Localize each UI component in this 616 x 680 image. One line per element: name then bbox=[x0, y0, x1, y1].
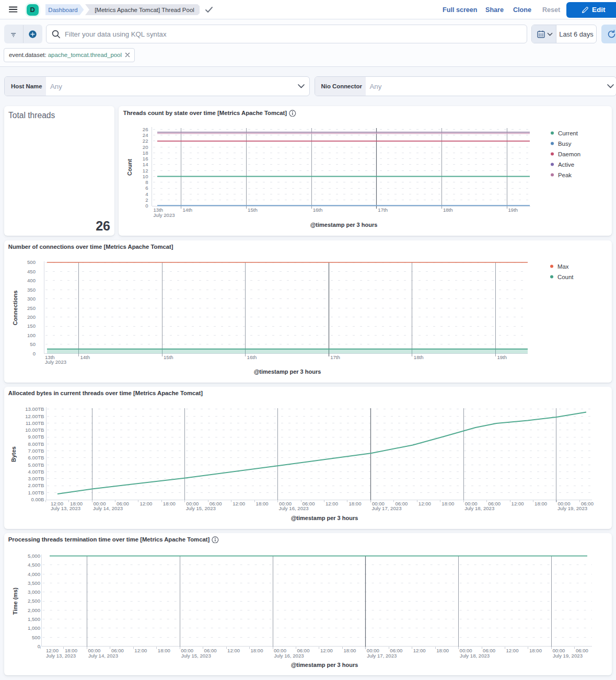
svg-text:18th: 18th bbox=[443, 207, 453, 213]
svg-text:18:00: 18:00 bbox=[441, 501, 454, 506]
svg-text:12:00: 12:00 bbox=[419, 501, 431, 506]
svg-text:0: 0 bbox=[38, 643, 40, 649]
svg-text:12: 12 bbox=[143, 168, 148, 174]
svg-text:18:00: 18:00 bbox=[158, 648, 170, 653]
svg-text:200: 200 bbox=[27, 314, 36, 320]
svg-text:Connections: Connections bbox=[12, 291, 18, 326]
svg-text:Time (ms): Time (ms) bbox=[12, 587, 18, 615]
svg-text:3.00TB: 3.00TB bbox=[28, 476, 44, 481]
svg-text:15th: 15th bbox=[164, 354, 173, 360]
svg-text:July 13, 2023: July 13, 2023 bbox=[51, 505, 80, 511]
svg-text:July 18, 2023: July 18, 2023 bbox=[464, 505, 494, 511]
svg-text:12:00: 12:00 bbox=[233, 501, 245, 506]
svg-text:@timestamp per 3 hours: @timestamp per 3 hours bbox=[291, 515, 358, 521]
svg-text:8: 8 bbox=[145, 179, 148, 185]
svg-text:July 14, 2023: July 14, 2023 bbox=[88, 653, 118, 659]
svg-text:July 17, 2023: July 17, 2023 bbox=[367, 653, 397, 659]
svg-text:18:00: 18:00 bbox=[534, 501, 547, 506]
svg-text:18:00: 18:00 bbox=[436, 648, 449, 653]
svg-text:18:00: 18:00 bbox=[343, 648, 356, 653]
svg-text:1.00TB: 1.00TB bbox=[28, 490, 44, 495]
svg-text:17th: 17th bbox=[378, 207, 388, 213]
svg-text:18:00: 18:00 bbox=[349, 501, 362, 506]
svg-text:150: 150 bbox=[27, 323, 36, 329]
svg-text:July 15, 2023: July 15, 2023 bbox=[181, 653, 211, 659]
svg-text:12:00: 12:00 bbox=[326, 501, 338, 506]
svg-text:6.00TB: 6.00TB bbox=[28, 455, 44, 460]
svg-text:Bytes: Bytes bbox=[10, 446, 17, 462]
svg-text:July 2023: July 2023 bbox=[154, 212, 175, 218]
svg-text:18: 18 bbox=[143, 150, 148, 156]
svg-text:10: 10 bbox=[143, 174, 148, 179]
svg-text:22: 22 bbox=[143, 138, 148, 144]
svg-text:14th: 14th bbox=[80, 354, 90, 360]
svg-text:9.00TB: 9.00TB bbox=[28, 434, 44, 440]
svg-text:2,500: 2,500 bbox=[28, 598, 40, 604]
svg-text:5.00TB: 5.00TB bbox=[28, 462, 44, 468]
svg-text:July 19, 2023: July 19, 2023 bbox=[557, 505, 587, 511]
svg-text:2.00TB: 2.00TB bbox=[28, 482, 44, 488]
svg-text:1,500: 1,500 bbox=[28, 616, 40, 622]
svg-text:8.00TB: 8.00TB bbox=[28, 441, 44, 447]
svg-text:12:00: 12:00 bbox=[506, 648, 519, 653]
svg-text:July 18, 2023: July 18, 2023 bbox=[460, 653, 490, 659]
svg-text:7.00TB: 7.00TB bbox=[28, 448, 44, 454]
svg-text:3,000: 3,000 bbox=[28, 589, 40, 595]
svg-text:17th: 17th bbox=[330, 354, 340, 360]
svg-text:11.00TB: 11.00TB bbox=[26, 420, 44, 426]
svg-text:100: 100 bbox=[27, 332, 36, 338]
svg-text:12:00: 12:00 bbox=[413, 648, 426, 653]
svg-text:15th: 15th bbox=[248, 207, 258, 213]
svg-text:18:00: 18:00 bbox=[529, 648, 542, 653]
svg-text:450: 450 bbox=[27, 269, 36, 274]
svg-text:16th: 16th bbox=[247, 354, 257, 360]
svg-text:4: 4 bbox=[145, 191, 148, 197]
svg-text:12.00TB: 12.00TB bbox=[25, 413, 44, 419]
svg-text:12:00: 12:00 bbox=[134, 648, 147, 653]
svg-text:July 19, 2023: July 19, 2023 bbox=[553, 653, 583, 659]
svg-text:Busy: Busy bbox=[558, 141, 572, 147]
svg-text:18:00: 18:00 bbox=[256, 501, 269, 506]
svg-text:July 2023: July 2023 bbox=[45, 359, 66, 365]
svg-text:250: 250 bbox=[27, 305, 36, 311]
svg-text:13.00TB: 13.00TB bbox=[25, 406, 44, 412]
svg-text:Active: Active bbox=[558, 162, 574, 168]
svg-text:20: 20 bbox=[143, 144, 148, 150]
svg-text:0: 0 bbox=[145, 203, 148, 209]
svg-text:Current: Current bbox=[558, 130, 578, 136]
svg-text:12:00: 12:00 bbox=[320, 648, 333, 653]
svg-text:350: 350 bbox=[27, 287, 36, 293]
svg-text:Count: Count bbox=[126, 159, 133, 176]
svg-text:6: 6 bbox=[145, 185, 148, 191]
svg-text:Max: Max bbox=[557, 263, 569, 270]
svg-text:July 13, 2023: July 13, 2023 bbox=[46, 653, 76, 659]
svg-text:50: 50 bbox=[30, 341, 36, 347]
svg-text:12:00: 12:00 bbox=[512, 501, 524, 506]
svg-text:@timestamp per 3 hours: @timestamp per 3 hours bbox=[254, 368, 321, 375]
svg-text:500: 500 bbox=[32, 635, 40, 640]
svg-text:19th: 19th bbox=[497, 354, 507, 360]
svg-text:18th: 18th bbox=[414, 354, 424, 360]
svg-text:14: 14 bbox=[143, 162, 148, 167]
svg-text:500: 500 bbox=[27, 259, 36, 265]
svg-text:@timestamp per 3 hours: @timestamp per 3 hours bbox=[291, 662, 358, 668]
svg-text:4,000: 4,000 bbox=[28, 571, 40, 577]
svg-text:2,000: 2,000 bbox=[28, 607, 40, 613]
svg-text:16th: 16th bbox=[313, 207, 323, 213]
svg-text:4,500: 4,500 bbox=[28, 562, 40, 568]
svg-text:0.00B: 0.00B bbox=[31, 497, 44, 502]
svg-text:5,000: 5,000 bbox=[28, 553, 40, 559]
svg-text:Daemon: Daemon bbox=[558, 151, 580, 157]
svg-text:10.00TB: 10.00TB bbox=[25, 427, 44, 433]
svg-text:3,500: 3,500 bbox=[28, 580, 40, 586]
svg-text:July 16, 2023: July 16, 2023 bbox=[274, 653, 304, 659]
svg-text:26: 26 bbox=[143, 126, 148, 132]
svg-text:400: 400 bbox=[27, 278, 36, 283]
svg-text:16: 16 bbox=[143, 156, 148, 162]
svg-text:14th: 14th bbox=[183, 207, 193, 213]
svg-text:0: 0 bbox=[33, 351, 36, 356]
svg-text:19th: 19th bbox=[508, 207, 518, 213]
svg-text:Count: Count bbox=[557, 274, 574, 280]
svg-text:18:00: 18:00 bbox=[251, 648, 263, 653]
svg-text:300: 300 bbox=[27, 296, 36, 302]
